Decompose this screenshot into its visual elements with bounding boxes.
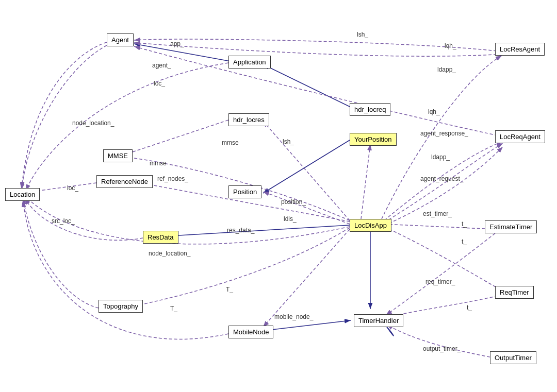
label-ref-nodes: ref_nodes_ — [157, 175, 188, 182]
label-src-loc: src_loc_ — [52, 217, 75, 225]
svg-line-10 — [32, 183, 96, 192]
node-reqtimer: ReqTimer — [495, 286, 534, 299]
label-agent-response: agent_response_ — [420, 130, 468, 137]
svg-line-5 — [170, 225, 350, 236]
node-application: Application — [228, 56, 271, 69]
svg-line-15 — [384, 224, 495, 229]
label-req-timer: req_timer_ — [425, 278, 455, 285]
label-T1: T_ — [226, 286, 233, 293]
svg-line-8 — [125, 120, 228, 155]
svg-line-4 — [263, 140, 350, 193]
node-referencenode: ReferenceNode — [96, 175, 153, 188]
label-ldis: ldis_ — [284, 215, 297, 223]
label-agent: agent_ — [152, 62, 171, 69]
node-locreqagent: LocReqAgent — [495, 130, 545, 143]
node-outputtimer: OutputTimer — [490, 351, 536, 364]
svg-line-14 — [263, 229, 350, 327]
node-locresagent: LocResAgent — [495, 43, 545, 56]
node-agent: Agent — [107, 33, 134, 46]
diagram: Agent Application hdr_locres YourPositio… — [0, 0, 557, 392]
node-estimatetimer: EstimateTimer — [485, 220, 537, 233]
label-node-location2: node_location_ — [149, 250, 190, 257]
node-mobilenode: MobileNode — [228, 326, 273, 338]
node-locdisapp: LocDisApp — [350, 219, 391, 232]
node-hdr-locres: hdr_locres — [228, 113, 269, 126]
label-loc1: loc_ — [154, 80, 165, 87]
svg-line-3 — [263, 64, 350, 107]
node-timerhandler: TimerHandler — [354, 314, 403, 327]
label-position: position_ — [281, 198, 306, 206]
node-resdata: ResData — [143, 231, 178, 244]
svg-line-7 — [263, 320, 351, 331]
label-lqh2: lqh_ — [428, 108, 440, 115]
label-T2: T_ — [170, 305, 177, 312]
label-node-location: node_location_ — [72, 120, 114, 127]
label-lqh1: lqh_ — [445, 42, 456, 49]
label-app: app_ — [170, 40, 184, 47]
node-location: Location — [5, 188, 40, 201]
label-mobile-node: mobile_node_ — [274, 313, 313, 320]
label-agent-request: agent_request_ — [420, 175, 463, 182]
label-t1: t_ — [462, 220, 467, 228]
svg-line-12 — [263, 121, 350, 220]
node-position: Position — [228, 185, 261, 198]
label-t3: t_ — [467, 304, 472, 311]
svg-line-11 — [263, 192, 350, 224]
label-est-timer: est_timer_ — [423, 210, 452, 217]
label-ldapp1: ldapp_ — [437, 66, 456, 73]
label-output-timer: output_timer_ — [423, 345, 461, 352]
label-lsh2: lsh_ — [357, 31, 368, 38]
label-ldapp2: ldapp_ — [431, 154, 450, 161]
node-mmse: MMSE — [103, 149, 133, 162]
node-topography: Topography — [99, 300, 143, 313]
label-lsh1: lsh_ — [283, 138, 294, 145]
label-t2: t_ — [462, 238, 467, 245]
svg-line-13 — [361, 144, 370, 219]
node-yourposition: YourPosition — [350, 133, 397, 146]
node-hdr-locreq: hdr_locreq — [350, 103, 390, 116]
arrows-svg — [0, 0, 557, 392]
label-mmse1: mmse — [222, 139, 239, 146]
label-mmse2: mmse — [150, 160, 167, 167]
label-res-data: res_data_ — [227, 227, 254, 234]
label-loc2: loc_ — [67, 184, 78, 192]
